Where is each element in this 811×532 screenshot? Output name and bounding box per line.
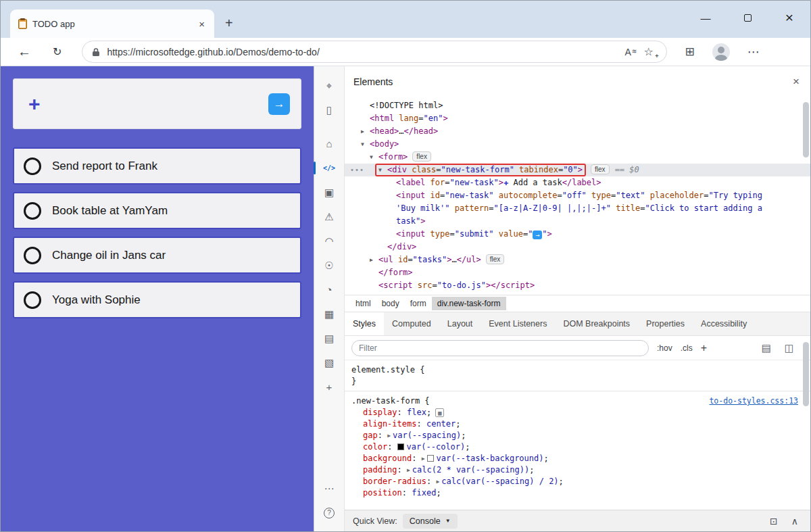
css-property-row[interactable]: padding: ▶calc(2 * var(--spacing)); xyxy=(351,464,804,476)
css-property-row[interactable]: position: fixed; xyxy=(351,487,804,499)
rendering-options-icon[interactable]: ▤ xyxy=(762,342,771,354)
css-property-value[interactable]: center xyxy=(426,419,456,429)
more-tools-icon[interactable]: ⋯ xyxy=(314,477,345,500)
sidebar-toggle-icon[interactable]: ◫ xyxy=(785,342,794,354)
css-property-row[interactable]: color: var(--color); xyxy=(351,441,804,453)
url-text[interactable]: https://microsoftedge.github.io/Demos/de… xyxy=(107,47,618,57)
flex-badge[interactable]: flex xyxy=(412,151,431,162)
minimize-button[interactable]: — xyxy=(685,1,727,34)
back-button[interactable]: ← xyxy=(18,44,31,59)
new-task-form[interactable]: + → xyxy=(13,78,301,129)
tab-accessibility[interactable]: Accessibility xyxy=(693,312,755,335)
expand-arrow-icon[interactable]: ▼ xyxy=(361,138,370,151)
open-console-panel-icon[interactable]: ⊡ xyxy=(770,516,778,527)
submit-task-button[interactable]: → xyxy=(268,93,290,115)
expand-icon[interactable]: ▶ xyxy=(407,467,410,473)
hints-icon[interactable]: ☉ xyxy=(314,254,345,276)
flex-badge[interactable]: flex xyxy=(486,254,505,264)
devtools-close-icon[interactable]: × xyxy=(793,75,800,89)
styles-scrollbar-thumb[interactable] xyxy=(803,342,809,406)
tab-close-icon[interactable]: × xyxy=(197,18,206,30)
browser-tab[interactable]: TODO app × xyxy=(10,9,214,38)
flex-editor-icon[interactable]: ▦ xyxy=(435,408,444,417)
breadcrumb-item[interactable]: html xyxy=(350,297,376,310)
expand-arrow-icon[interactable]: ▶ xyxy=(370,253,378,266)
address-bar[interactable]: https://microsoftedge.github.io/Demos/de… xyxy=(82,41,667,63)
css-property-name[interactable]: align-items xyxy=(363,419,416,429)
rendering-icon[interactable]: ▧ xyxy=(314,352,345,374)
css-property-row[interactable]: display: flex;▦ xyxy=(351,407,804,418)
css-property-row[interactable]: gap: ▶var(--spacing); xyxy=(351,430,804,441)
dom-tree-row[interactable]: <script src="to-do.js"></script> xyxy=(345,279,810,292)
expand-arrow-icon[interactable]: ▼ xyxy=(370,151,378,164)
dom-tree-row[interactable]: ▼<form>flex xyxy=(345,151,810,164)
breadcrumb-item[interactable]: div.new-task-form xyxy=(432,297,506,310)
expand-arrow-icon[interactable]: ▼ xyxy=(378,165,387,175)
dom-scrollbar-thumb[interactable] xyxy=(803,102,809,158)
task-checkbox[interactable] xyxy=(24,202,41,220)
css-property-value[interactable]: var(--task-background) xyxy=(437,454,544,463)
refresh-button[interactable]: ↻ xyxy=(53,45,62,58)
collections-icon[interactable]: ⊞ xyxy=(685,45,694,59)
issues-icon[interactable]: ⚠ xyxy=(314,205,345,228)
toggle-class-button[interactable]: .cls xyxy=(681,343,693,353)
task-item[interactable]: Yoga with Sophie xyxy=(13,281,301,318)
tab-layout[interactable]: Layout xyxy=(439,312,481,335)
css-source-link[interactable]: to-do-styles.css:13 xyxy=(709,395,798,407)
dom-tree-row[interactable]: <!DOCTYPE html> xyxy=(345,99,810,112)
css-property-name[interactable]: background xyxy=(363,454,412,463)
elements-icon[interactable]: </> xyxy=(314,157,345,179)
css-property-value[interactable]: var(--color) xyxy=(407,442,466,452)
tab-computed[interactable]: Computed xyxy=(384,312,439,335)
dom-tree-row[interactable]: ▶<ul id="tasks">…</ul>flex xyxy=(345,253,810,266)
maximize-button[interactable] xyxy=(727,1,768,34)
dom-tree-row[interactable]: </div> xyxy=(345,241,810,253)
task-item[interactable]: Send report to Frank xyxy=(13,147,301,185)
new-tab-button[interactable]: + xyxy=(225,16,233,31)
device-emulation-icon[interactable]: ▯ xyxy=(314,99,345,121)
home-icon[interactable]: ⌂ xyxy=(314,132,345,155)
css-property-name[interactable]: gap xyxy=(363,431,378,440)
dom-tree-row[interactable]: ▼<body> xyxy=(345,138,810,151)
css-property-name[interactable]: border-radius xyxy=(363,477,426,486)
network-icon[interactable]: ◠ xyxy=(314,230,345,252)
dom-tree-row[interactable]: <input id="new-task" autocomplete="off" … xyxy=(345,189,810,202)
cpu-icon[interactable]: ▦ xyxy=(314,303,345,325)
tab-styles[interactable]: Styles xyxy=(345,312,384,335)
css-property-row[interactable]: background: ▶var(--task-background); xyxy=(351,453,804,464)
breadcrumb-item[interactable]: body xyxy=(376,297,405,310)
dom-tree-row[interactable]: ▶<head>…</head> xyxy=(345,125,810,138)
breadcrumb-item[interactable]: form xyxy=(405,297,432,310)
help-icon[interactable]: ? xyxy=(314,502,345,524)
css-property-value[interactable]: calc(var(--spacing) / 2) xyxy=(441,477,558,486)
expand-icon[interactable]: ▶ xyxy=(387,433,391,439)
element-style-block[interactable]: element.style { } xyxy=(345,360,810,391)
dom-tree-row[interactable]: 'Buy milk'" pattern="[a-z|A-Z|0-9| |,|;|… xyxy=(345,202,810,215)
close-button[interactable]: × xyxy=(768,1,810,34)
task-item[interactable]: Change oil in Jans car xyxy=(13,237,301,274)
expand-icon[interactable]: ▶ xyxy=(436,479,439,485)
css-property-row[interactable]: align-items: center; xyxy=(351,418,804,430)
add-tools-icon[interactable]: + xyxy=(314,376,345,398)
quick-view-selector[interactable]: Console ▼ xyxy=(403,514,458,529)
read-aloud-icon[interactable]: A≋ xyxy=(625,47,637,57)
tab-dom-breakpoints[interactable]: DOM Breakpoints xyxy=(555,312,638,335)
css-property-value[interactable]: fixed xyxy=(412,488,436,498)
color-swatch[interactable] xyxy=(427,455,434,462)
dom-tree-row[interactable]: <label for="new-task">✚ Add a task</labe… xyxy=(345,176,810,189)
console-icon[interactable]: ▣ xyxy=(314,181,345,203)
css-property-value[interactable]: calc(2 * var(--spacing)) xyxy=(412,465,529,475)
application-icon[interactable]: ▤ xyxy=(314,327,345,349)
task-checkbox[interactable] xyxy=(24,247,41,264)
task-checkbox[interactable] xyxy=(24,291,41,309)
css-property-name[interactable]: padding xyxy=(363,465,397,475)
favorites-icon[interactable]: ☆+ xyxy=(643,45,657,58)
selected-element-dots-icon[interactable]: ••• xyxy=(350,164,364,176)
css-property-value[interactable]: var(--spacing) xyxy=(393,431,461,440)
dom-tree-row[interactable]: task"> xyxy=(345,215,810,228)
css-property-name[interactable]: position xyxy=(363,488,402,498)
dom-tree-row[interactable]: <html lang="en"> xyxy=(345,112,810,125)
tab-event-listeners[interactable]: Event Listeners xyxy=(481,312,555,335)
task-checkbox[interactable] xyxy=(24,158,41,175)
color-swatch[interactable] xyxy=(397,443,404,450)
